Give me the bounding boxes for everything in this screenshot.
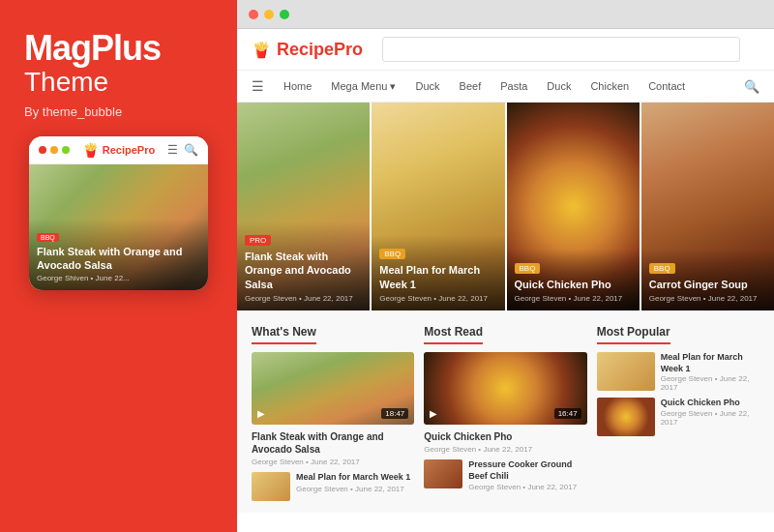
nav-item-beef[interactable]: Beef	[450, 73, 491, 100]
mobile-hero: BBQ Flank Steak with Orange and Avocado …	[29, 164, 208, 290]
popular-info-2: Quick Chicken Pho George Steven • June 2…	[661, 398, 759, 427]
mobile-nav-icons: ☰ 🔍	[167, 143, 198, 157]
mobile-dot-green	[62, 146, 70, 154]
card-time-1: 18:47	[381, 408, 408, 419]
card-time-2: 16:47	[554, 408, 581, 419]
hero-overlay-3: BBQ Quick Chicken Pho George Steven • Ju…	[507, 250, 640, 310]
browser-panel: 🍟 RecipePro ☰ Home Mega Menu ▾ Duck Beef…	[237, 0, 774, 532]
hero-title-2: Meal Plan for March Week 1	[379, 263, 496, 291]
hero-badge-4: BBQ	[649, 263, 675, 274]
hero-title-4: Carrot Ginger Soup	[649, 278, 766, 291]
whats-new-list-item[interactable]: Meal Plan for March Week 1 George Steven…	[252, 472, 414, 501]
hero-author-2: George Steven • June 22, 2017	[379, 294, 496, 303]
hero-overlay-4: BBQ Carrot Ginger Soup George Steven • J…	[641, 250, 774, 310]
most-read-main-card[interactable]: ▶ 16:47	[424, 352, 586, 425]
list-meta-1: George Steven • June 22, 2017	[296, 485, 410, 493]
brand-by: By theme_bubble	[24, 104, 213, 119]
hero-overlay-1: PRO Flank Steak with Orange and Avocado …	[237, 222, 370, 310]
mobile-search-icon[interactable]: 🔍	[184, 143, 198, 157]
nav-hamburger-icon[interactable]: ☰	[252, 71, 274, 102]
popular-meta-2: George Steven • June 22, 2017	[661, 409, 759, 427]
whats-new-card-title: Flank Steak with Orange and Avocado Sals…	[252, 430, 414, 456]
browser-dot-green	[280, 10, 289, 19]
popular-item-1[interactable]: Meal Plan for March Week 1 George Steven…	[597, 352, 759, 392]
list-meta-2: George Steven • June 22, 2017	[468, 483, 586, 491]
whats-new-main-card[interactable]: ▶ 18:47	[252, 352, 414, 425]
hero-badge-2: BBQ	[379, 249, 405, 259]
hero-item-4[interactable]: BBQ Carrot Ginger Soup George Steven • J…	[641, 103, 774, 310]
browser-dot-yellow	[264, 10, 274, 19]
hero-item-1[interactable]: PRO Flank Steak with Orange and Avocado …	[237, 103, 370, 310]
hero-badge-1: PRO	[245, 235, 271, 246]
browser-titlebar	[237, 0, 774, 29]
hero-badge-3: BBQ	[515, 263, 541, 274]
hero-author-3: George Steven • June 22, 2017	[515, 294, 632, 303]
nav-item-chicken[interactable]: Chicken	[580, 73, 639, 100]
nav-item-home[interactable]: Home	[274, 73, 321, 100]
hero-title-1: Flank Steak with Orange and Avocado Sals…	[245, 250, 362, 291]
mobile-hero-title: Flank Steak with Orange and Avocado Sals…	[37, 245, 200, 273]
hero-author-4: George Steven • June 22, 2017	[649, 294, 766, 303]
bottom-sections: What's New ▶ 18:47 Flank Steak with Oran…	[237, 310, 774, 513]
video-icon-2: ▶	[430, 408, 437, 419]
list-title-2: Pressure Cooker Ground Beef Chili	[468, 459, 586, 482]
mobile-badge: BBQ	[37, 233, 59, 242]
most-read-section: Most Read ▶ 16:47 Quick Chicken Pho Geor…	[424, 322, 586, 501]
list-info-1: Meal Plan for March Week 1 George Steven…	[296, 472, 410, 493]
hero-item-2[interactable]: BBQ Meal Plan for March Week 1 George St…	[372, 103, 504, 310]
site-logo: 🍟 RecipePro	[252, 40, 363, 60]
most-read-title: Most Read	[424, 325, 483, 344]
mobile-hero-overlay: BBQ Flank Steak with Orange and Avocado …	[29, 219, 208, 291]
nav-item-pasta[interactable]: Pasta	[491, 73, 537, 100]
popular-meta-1: George Steven • June 22, 2017	[661, 374, 759, 392]
nav-item-duck2[interactable]: Duck	[537, 73, 580, 100]
nav-search-icon[interactable]: 🔍	[744, 79, 759, 94]
popular-info-1: Meal Plan for March Week 1 George Steven…	[661, 352, 759, 392]
mobile-logo-text: RecipePro	[103, 144, 155, 156]
most-read-card-title: Quick Chicken Pho	[424, 430, 586, 443]
hero-grid: PRO Flank Steak with Orange and Avocado …	[237, 103, 774, 310]
site-logo-text: RecipePro	[277, 40, 363, 60]
whats-new-section: What's New ▶ 18:47 Flank Steak with Oran…	[252, 322, 414, 501]
site-search-bar[interactable]	[382, 37, 740, 62]
mobile-dot-yellow	[50, 146, 58, 154]
most-popular-section: Most Popular Meal Plan for March Week 1 …	[597, 322, 759, 501]
hero-item-3[interactable]: BBQ Quick Chicken Pho George Steven • Ju…	[507, 103, 640, 310]
popular-item-2[interactable]: Quick Chicken Pho George Steven • June 2…	[597, 398, 759, 436]
hero-author-1: George Steven • June 22, 2017	[245, 294, 362, 303]
most-read-list-item[interactable]: Pressure Cooker Ground Beef Chili George…	[424, 459, 586, 491]
mobile-dot-red	[39, 146, 46, 154]
mobile-dots	[39, 146, 70, 154]
site-nav: ☰ Home Mega Menu ▾ Duck Beef Pasta Duck …	[237, 71, 774, 103]
mobile-header: 🍟 RecipePro ☰ 🔍	[29, 136, 208, 164]
brand-title: MagPlus	[24, 29, 213, 68]
most-read-card-meta: George Steven • June 22, 2017	[424, 445, 586, 454]
nav-item-contact[interactable]: Contact	[639, 73, 695, 100]
fries-icon: 🍟	[82, 142, 99, 158]
mobile-mockup: 🍟 RecipePro ☰ 🔍 BBQ Flank Steak with Ora…	[29, 136, 208, 290]
popular-title-1: Meal Plan for March Week 1	[661, 352, 759, 374]
popular-title-2: Quick Chicken Pho	[661, 398, 759, 409]
list-info-2: Pressure Cooker Ground Beef Chili George…	[468, 459, 586, 491]
hero-title-3: Quick Chicken Pho	[515, 278, 632, 291]
whats-new-card-meta: George Steven • June 22, 2017	[252, 458, 414, 466]
mobile-hero-author: George Shiven • June 22...	[37, 274, 200, 282]
mobile-logo: 🍟 RecipePro	[82, 142, 155, 158]
most-popular-title: Most Popular	[597, 325, 670, 344]
nav-item-megamenu[interactable]: Mega Menu ▾	[321, 73, 405, 101]
whats-new-title: What's New	[252, 325, 316, 344]
browser-body: 🍟 RecipePro ☰ Home Mega Menu ▾ Duck Beef…	[237, 29, 774, 532]
site-header: 🍟 RecipePro	[237, 29, 774, 71]
nav-item-duck1[interactable]: Duck	[406, 73, 450, 100]
video-icon-1: ▶	[257, 408, 265, 419]
site-fries-icon: 🍟	[252, 41, 271, 59]
browser-dot-red	[249, 10, 258, 19]
left-panel: MagPlus Theme By theme_bubble 🍟 RecipePr…	[0, 0, 237, 532]
hamburger-icon[interactable]: ☰	[167, 143, 178, 157]
hero-overlay-2: BBQ Meal Plan for March Week 1 George St…	[372, 235, 504, 310]
list-title-1: Meal Plan for March Week 1	[296, 472, 410, 484]
brand-subtitle: Theme	[24, 68, 213, 98]
